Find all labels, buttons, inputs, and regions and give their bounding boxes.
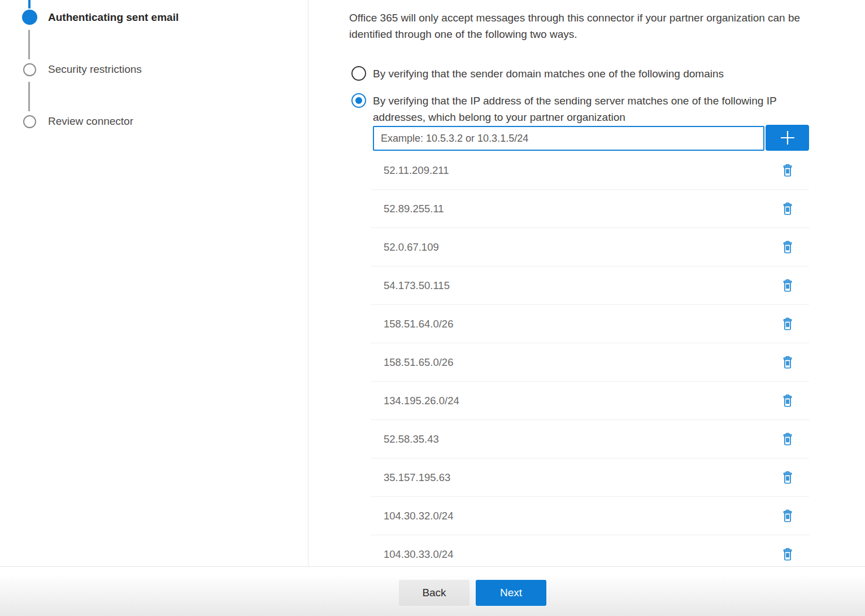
stepper-connector-top bbox=[28, 0, 31, 8]
delete-ip-button[interactable] bbox=[779, 430, 797, 448]
delete-ip-button[interactable] bbox=[779, 277, 797, 295]
wizard-footer: Back Next bbox=[0, 566, 865, 616]
back-button[interactable]: Back bbox=[399, 580, 470, 606]
ip-address-value: 54.173.50.115 bbox=[384, 279, 779, 292]
radio-label-verify-sender-domain: By verifying that the sender domain matc… bbox=[373, 65, 724, 82]
radio-label-verify-ip-address: By verifying that the IP address of the … bbox=[373, 93, 777, 125]
radio-verify-ip-address[interactable] bbox=[351, 93, 366, 108]
ip-row: 104.30.32.0/24 bbox=[371, 497, 809, 535]
trash-icon bbox=[780, 240, 795, 255]
ip-address-value: 52.11.209.211 bbox=[384, 164, 779, 177]
trash-icon bbox=[780, 432, 795, 447]
ip-address-value: 104.30.32.0/24 bbox=[384, 510, 779, 522]
step-label-security-restrictions: Security restrictions bbox=[48, 63, 142, 76]
step-indicator-authenticating-sent-email bbox=[22, 10, 37, 25]
delete-ip-button[interactable] bbox=[779, 238, 797, 256]
trash-icon bbox=[780, 470, 795, 485]
delete-ip-button[interactable] bbox=[779, 353, 797, 372]
ip-address-value: 158.51.65.0/26 bbox=[384, 356, 779, 369]
next-button[interactable]: Next bbox=[476, 580, 546, 606]
ip-address-value: 52.89.255.11 bbox=[384, 203, 779, 215]
ip-row: 52.11.209.211 bbox=[371, 151, 809, 190]
ip-row: 134.195.26.0/24 bbox=[371, 382, 809, 420]
ip-address-value: 52.0.67.109 bbox=[384, 241, 779, 254]
ip-row: 35.157.195.63 bbox=[371, 458, 809, 497]
ip-address-value: 35.157.195.63 bbox=[384, 471, 779, 484]
step-label-review-connector: Review connector bbox=[48, 115, 133, 128]
delete-ip-button[interactable] bbox=[779, 507, 797, 525]
ip-row: 52.0.67.109 bbox=[371, 228, 809, 267]
add-ip-button[interactable] bbox=[766, 125, 809, 151]
stepper-connector bbox=[28, 82, 30, 111]
ip-address-input[interactable] bbox=[373, 126, 764, 151]
ip-row: 52.58.35.43 bbox=[371, 420, 809, 458]
ip-address-value: 134.195.26.0/24 bbox=[384, 395, 779, 407]
delete-ip-button[interactable] bbox=[779, 161, 797, 180]
step-label-authenticating-sent-email: Authenticating sent email bbox=[48, 11, 179, 24]
delete-ip-button[interactable] bbox=[779, 545, 797, 563]
delete-ip-button[interactable] bbox=[779, 200, 797, 218]
ip-row: 158.51.65.0/26 bbox=[371, 343, 809, 382]
trash-icon bbox=[780, 547, 795, 562]
intro-text: Office 365 will only accept messages thr… bbox=[349, 10, 865, 42]
trash-icon bbox=[780, 317, 795, 331]
plus-icon bbox=[778, 128, 797, 147]
radio-label-line: By verifying that the sender domain matc… bbox=[373, 65, 724, 82]
radio-label-line: addresses, which belong to your partner … bbox=[373, 109, 777, 125]
step-indicator-review-connector bbox=[23, 115, 36, 128]
delete-ip-button[interactable] bbox=[779, 469, 797, 487]
radio-verify-sender-domain[interactable] bbox=[351, 66, 366, 81]
trash-icon bbox=[780, 509, 795, 523]
ip-address-value: 104.30.33.0/24 bbox=[384, 548, 779, 561]
stepper-connector bbox=[28, 30, 30, 59]
ip-row: 158.51.64.0/26 bbox=[371, 305, 809, 343]
delete-ip-button[interactable] bbox=[779, 315, 797, 333]
trash-icon bbox=[780, 355, 795, 370]
delete-ip-button[interactable] bbox=[779, 392, 797, 410]
ip-row: 104.30.33.0/24 bbox=[371, 535, 809, 566]
trash-icon bbox=[780, 394, 795, 408]
trash-icon bbox=[780, 278, 795, 293]
ip-address-value: 52.58.35.43 bbox=[384, 433, 779, 445]
ip-address-list: 52.11.209.211 52.89.255.11 bbox=[371, 151, 809, 566]
ip-row: 52.89.255.11 bbox=[371, 190, 809, 228]
radio-label-line: By verifying that the IP address of the … bbox=[373, 93, 777, 109]
trash-icon bbox=[780, 202, 795, 216]
ip-row: 54.173.50.115 bbox=[371, 267, 809, 305]
trash-icon bbox=[780, 163, 795, 178]
intro-text-line1: Office 365 will only accept messages thr… bbox=[349, 10, 865, 26]
intro-text-line2: identified through one of the following … bbox=[349, 26, 865, 42]
step-indicator-security-restrictions bbox=[23, 63, 36, 76]
ip-address-value: 158.51.64.0/26 bbox=[384, 318, 779, 330]
pane-divider bbox=[308, 0, 308, 566]
